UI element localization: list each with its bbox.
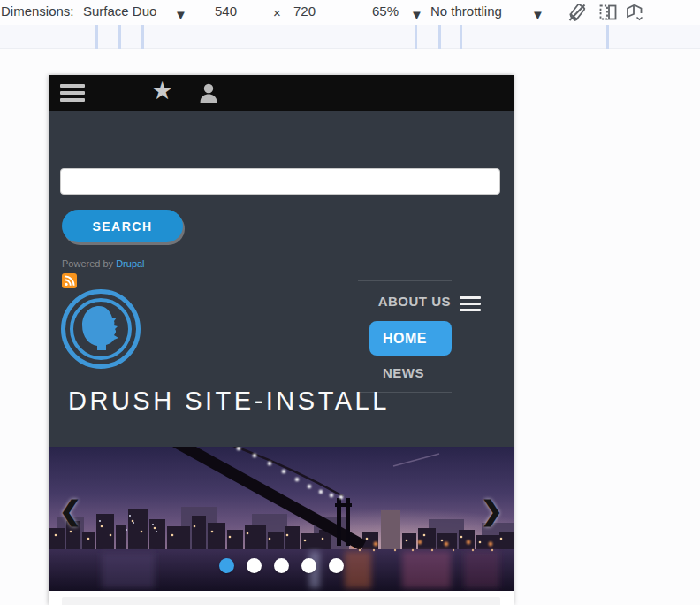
- nav-item-home[interactable]: HOME: [369, 321, 452, 356]
- nav-item-label: ABOUT US: [378, 294, 451, 309]
- throttling-select[interactable]: No throttling: [430, 4, 502, 19]
- media-query-mark: [438, 25, 441, 49]
- drupal-link[interactable]: Drupal: [116, 258, 144, 269]
- media-query-mark: [415, 25, 417, 49]
- carousel-dots: [49, 558, 514, 577]
- carousel-dot-1[interactable]: [219, 558, 234, 573]
- device-select[interactable]: Surface Duo: [83, 4, 156, 19]
- dimensions-multiply-icon: ×: [273, 5, 281, 20]
- media-query-mark: [460, 25, 462, 49]
- carousel-prev-button[interactable]: ❮: [59, 498, 81, 525]
- nav-item-about-us[interactable]: ABOUT US: [314, 294, 451, 309]
- media-query-mark: [118, 25, 121, 49]
- site-title[interactable]: DRUSH SITE-INSTALL: [68, 387, 390, 416]
- admin-menu-icon[interactable]: [60, 84, 85, 102]
- emulated-device-viewport: ★ SEARCH Powered by Drupal: [49, 75, 514, 605]
- carousel-next-button[interactable]: ❯: [481, 498, 503, 525]
- dimensions-label: Dimensions:: [1, 4, 74, 19]
- page-content-below: [49, 591, 514, 605]
- carousel-dot-2[interactable]: [247, 558, 262, 573]
- powered-by-prefix: Powered by: [62, 258, 116, 269]
- rotate-disabled-icon[interactable]: [567, 2, 588, 23]
- search-button[interactable]: SEARCH: [62, 210, 183, 242]
- media-query-mark: [95, 25, 98, 49]
- device-posture-icon[interactable]: [624, 2, 645, 23]
- device-toolbar: Dimensions: Surface Duo ▼ 540 × 720 65% …: [0, 0, 700, 25]
- media-query-mark: [141, 25, 144, 49]
- nav-item-label: NEWS: [383, 365, 424, 380]
- throttling-caret-icon[interactable]: ▼: [531, 7, 544, 22]
- zoom-select-caret-icon[interactable]: ▼: [410, 7, 423, 22]
- carousel-dot-4[interactable]: [301, 558, 316, 573]
- nav-divider: [358, 280, 452, 281]
- search-input[interactable]: [60, 168, 500, 195]
- viewport-width-field[interactable]: 540: [215, 4, 237, 19]
- devtools-emulation-view: Dimensions: Surface Duo ▼ 540 × 720 65% …: [0, 0, 700, 605]
- viewport-height-field[interactable]: 720: [293, 4, 316, 19]
- carousel-dot-5[interactable]: [329, 558, 344, 573]
- site-logo[interactable]: [60, 288, 141, 370]
- zoom-select[interactable]: 65%: [372, 4, 399, 19]
- drupal-admin-toolbar: ★: [49, 75, 514, 111]
- user-account-icon[interactable]: [197, 81, 220, 104]
- dual-screen-icon[interactable]: [597, 2, 619, 23]
- nav-menu-icon[interactable]: [460, 296, 481, 310]
- rss-feed-icon[interactable]: [62, 273, 77, 288]
- nav-item-label: HOME: [383, 331, 427, 346]
- content-block: [62, 597, 500, 605]
- carousel-dot-3[interactable]: [274, 558, 289, 573]
- media-query-bar: [0, 25, 700, 49]
- shortcuts-star-icon[interactable]: ★: [151, 76, 173, 105]
- nav-item-news[interactable]: NEWS: [383, 365, 424, 380]
- image-carousel: ❮ ❯: [49, 447, 514, 591]
- media-query-mark: [606, 25, 609, 49]
- device-select-caret-icon[interactable]: ▼: [174, 7, 187, 22]
- powered-by-text: Powered by Drupal: [62, 258, 145, 269]
